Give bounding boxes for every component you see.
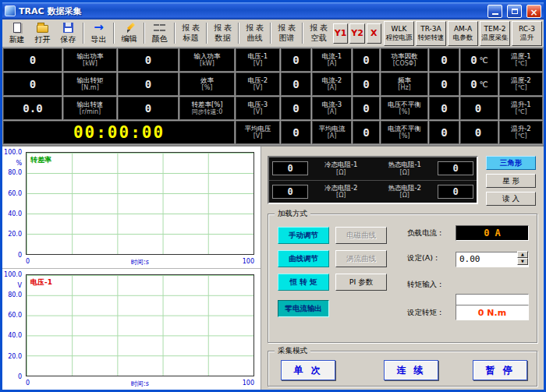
report-curve-button[interactable]: 报 表 曲线 [241,20,268,46]
voltage-3-label: 电压-3[V] [236,97,280,120]
efficiency-value: 0 [118,72,179,96]
zero-current-output-button[interactable]: 零电流输出 [278,300,329,317]
toolbar-separator [113,23,115,44]
axis-y2-button[interactable]: Y2 [349,23,364,44]
power-factor-value: 0 [429,48,459,72]
axis-y1-button[interactable]: Y1 [333,23,348,44]
output-power-value: 0 [3,48,62,72]
single-capture-button[interactable]: 单 次 [281,360,335,380]
frequency-value: 0 [429,72,459,96]
load-current-label: 负载电流： [407,228,445,238]
load-current-display: 0 A [456,225,529,241]
curve-adjust-button[interactable]: 曲线调节 [278,250,329,267]
voltage-2-label: 电压-2[V] [236,72,280,96]
chart-x-axis: 0 时间:s 100 [26,258,254,267]
edit-button[interactable]: 编辑 [116,20,142,46]
window-title: TRAC 数据采集 [19,5,483,17]
main-area: 100.0 % 80.0 60.0 40.0 20.0 0 转差率 0 时间:s… [2,147,544,390]
input-power-value: 0 [118,48,179,72]
temperature-2-label: 温度-2[℃] [499,72,543,96]
read-in-button[interactable]: 读 入 [486,192,536,206]
continuous-capture-button[interactable]: 连 续 [384,360,438,380]
chart-y-axis: 100.0 % 80.0 60.0 40.0 20.0 0 [2,152,24,255]
spinner-down-button[interactable] [517,258,528,265]
voltage-chart: 100.0 V 80.0 60.0 40.0 20.0 0 电压-1 0 时间:… [2,268,261,390]
device-power-supply-button[interactable]: WLK 程控电源 [384,21,414,46]
spinner-up-button[interactable] [517,251,528,258]
report-data-button[interactable]: 报 表 数据 [209,20,236,46]
load-mode-title: 加载方式 [275,209,310,219]
voltage-2-value: 0 [281,72,311,96]
control-panel: 0 冷态电阻-1[Ω] 热态电阻-1[Ω] 0 0 冷态电阻-2[Ω] 热态电阻… [261,147,544,390]
color-button[interactable]: 颜色 [147,20,172,46]
delta-connection-button[interactable]: 三角形 [486,156,536,170]
toolbar-separator [238,23,239,44]
winding-connection-buttons: 三角形 星 形 读 入 [486,156,536,206]
chart-y-axis: 100.0 V 80.0 60.0 40.0 20.0 0 [2,274,24,377]
minimize-button[interactable] [488,5,502,18]
temperature-1-label: 温度-1[℃] [499,48,543,72]
report-title-button[interactable]: 报 表 标题 [177,20,204,46]
current-2-value: 0 [353,72,380,96]
resistance-row: 0 冷态电阻-1[Ω] 热态电阻-1[Ω] 0 [269,157,477,180]
set-current-spinner [517,251,528,265]
edit-pencil-icon [124,22,135,33]
chart-x-axis: 0 时间:s 100 [26,380,254,388]
export-arrow-icon [93,22,105,34]
constant-torque-button[interactable]: 恒 转 矩 [278,274,329,291]
device-temperature-button[interactable]: TEM-2 温度采集 [480,21,510,46]
hot-resistance-1-label: 热态电阻-1[Ω] [374,161,436,176]
pi-params-button[interactable]: PI 参数 [335,274,387,291]
slip-rate-chart: 100.0 % 80.0 60.0 40.0 20.0 0 转差率 0 时间:s… [2,147,261,268]
axis-x-button[interactable]: X [367,23,381,44]
avg-current-label: 平均电流[A] [312,121,352,144]
output-speed-value: 0.0 [3,97,62,120]
magnetic-curve-button: 电磁曲线 [335,227,387,244]
new-document-icon [11,22,23,34]
export-button[interactable]: 导出 [86,20,112,46]
save-button[interactable]: 保存 [55,20,81,46]
manual-adjust-button[interactable]: 手动调节 [278,227,329,244]
voltage-3-value: 0 [281,97,311,120]
device-button-group: WLK 程控电源 TR-3A 转矩转速 AM-A 电参数 TEM-2 温度采集 … [382,20,542,46]
current-unbalance-label: 电流不平衡[%] [381,121,428,144]
minimize-icon [492,9,498,15]
load-mode-group: 加载方式 手动调节 曲线调节 恒 转 矩 零电流输出 电磁曲线 涡流曲线 PI … [268,214,537,343]
open-folder-icon [37,22,49,34]
efficiency-label: 效率[%] [179,72,235,96]
report-map-button[interactable]: 报 表 图谱 [273,20,300,46]
new-button[interactable]: 新建 [4,20,30,46]
hot-resistance-2-value: 0 [438,185,473,199]
toolbar-separator [270,23,271,44]
device-electric-params-button[interactable]: AM-A 电参数 [448,21,478,46]
readout-panel: 0 输出功率[kW] 0 输入功率[kW] 电压-1[V] 0 电流-1[A] … [2,48,544,147]
save-floppy-icon [62,22,75,34]
set-current-field [456,250,529,266]
resistance-row: 0 冷态电阻-2[Ω] 热态电阻-2[Ω] 0 [269,180,477,203]
device-torque-speed-button[interactable]: TR-3A 转矩转速 [416,21,446,46]
pause-capture-button[interactable]: 暂 停 [473,360,527,380]
toolbar-separator [302,23,303,44]
open-button[interactable]: 打开 [30,20,55,46]
temp-rise-1-label: 温升-1[℃] [499,97,543,120]
voltage-1-value: 0 [281,48,311,72]
cold-resistance-2-value: 0 [272,185,308,199]
test-timer: 00:00:00 [3,121,235,144]
capture-mode-title: 采集模式 [275,346,310,356]
cold-resistance-1-value: 0 [272,161,308,175]
device-temp-rise-button[interactable]: RC-3 温升 [512,21,542,46]
maximize-icon [512,9,518,14]
slip-rate-value: 0 [118,97,179,120]
series-label: 转差率 [30,155,51,165]
report-noload-button[interactable]: 报 表 空载 [305,20,332,46]
temp-rise-2-label: 温升-2[℃] [499,121,543,144]
close-button[interactable] [526,5,541,18]
eddy-current-curve-button: 涡流曲线 [335,250,387,267]
toolbar-separator [174,23,176,44]
star-connection-button[interactable]: 星 形 [486,174,536,188]
titlebar[interactable]: TRAC 数据采集 [2,2,544,19]
app-icon [5,5,16,16]
current-3-value: 0 [353,97,380,120]
frequency-label: 频率[Hz] [381,72,428,96]
maximize-button[interactable] [507,5,522,18]
